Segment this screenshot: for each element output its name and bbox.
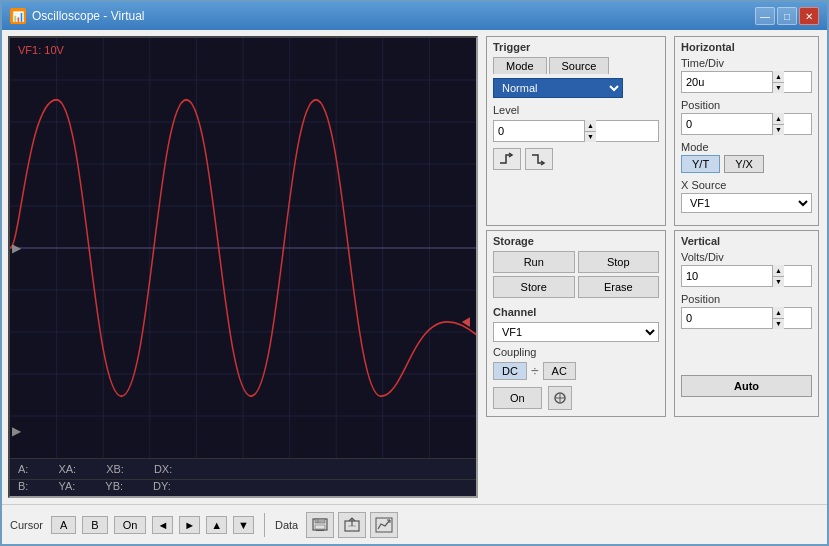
data-save-button[interactable] bbox=[306, 512, 334, 538]
h-position-up[interactable]: ▲ bbox=[772, 113, 784, 125]
yx-button[interactable]: Y/X bbox=[724, 155, 764, 173]
dc-button[interactable]: DC bbox=[493, 362, 527, 380]
cursor-down-button[interactable]: ▼ bbox=[233, 516, 254, 534]
cursor-b-button[interactable]: B bbox=[82, 516, 107, 534]
storage-grid: Run Stop Store Erase bbox=[493, 251, 659, 298]
channel-select[interactable]: VF1 VF2 bbox=[493, 322, 659, 342]
data-label: Data bbox=[275, 519, 298, 531]
h-mode-row: Mode Y/T Y/X bbox=[681, 141, 812, 173]
run-button[interactable]: Run bbox=[493, 251, 575, 273]
reading-xa: XA: bbox=[58, 463, 76, 475]
app-icon: 📊 bbox=[10, 8, 26, 24]
time-div-down[interactable]: ▼ bbox=[772, 83, 784, 94]
bottom-left-marker: ▶ bbox=[12, 424, 21, 438]
time-div-label: Time/Div bbox=[681, 57, 812, 69]
ac-button[interactable]: AC bbox=[543, 362, 576, 380]
main-content: VF1: 10V bbox=[2, 30, 827, 504]
trigger-mode-select[interactable]: Normal bbox=[493, 78, 623, 98]
scope-label: VF1: 10V bbox=[18, 44, 64, 56]
trigger-level-spinners: ▲ ▼ bbox=[584, 120, 596, 142]
volts-div-row: Volts/Div ▲ ▼ bbox=[681, 251, 812, 287]
xsource-select[interactable]: VF1 VF2 bbox=[681, 193, 812, 213]
volts-div-field[interactable] bbox=[682, 268, 772, 284]
reading-b: B: bbox=[18, 480, 28, 492]
h-position-down[interactable]: ▼ bbox=[772, 125, 784, 136]
trigger-title: Trigger bbox=[493, 41, 659, 53]
time-div-spinners: ▲ ▼ bbox=[772, 71, 784, 93]
auto-row: Auto bbox=[681, 335, 812, 397]
storage-title: Storage bbox=[493, 235, 659, 247]
v-position-input: ▲ ▼ bbox=[681, 307, 812, 329]
minimize-button[interactable]: — bbox=[755, 7, 775, 25]
volts-div-down[interactable]: ▼ bbox=[772, 277, 784, 288]
vertical-section: Vertical Volts/Div ▲ ▼ Position bbox=[674, 230, 819, 417]
time-div-field[interactable] bbox=[682, 74, 772, 90]
scope-display: VF1: 10V bbox=[10, 38, 476, 458]
title-bar-left: 📊 Oscilloscope - Virtual bbox=[10, 8, 145, 24]
xsource-label: X Source bbox=[681, 179, 812, 191]
reading-a: A: bbox=[18, 463, 28, 475]
auto-button[interactable]: Auto bbox=[681, 375, 812, 397]
title-bar: 📊 Oscilloscope - Virtual — □ ✕ bbox=[2, 2, 827, 30]
trigger-level-field[interactable] bbox=[494, 123, 584, 139]
data-icons bbox=[306, 512, 398, 538]
mode-tab[interactable]: Mode bbox=[493, 57, 547, 74]
falling-edge-button[interactable] bbox=[525, 148, 553, 170]
readings-container-2: B: YA: YB: DY: bbox=[18, 480, 171, 492]
trigger-level-up[interactable]: ▲ bbox=[584, 120, 596, 132]
data-export-icon bbox=[343, 517, 361, 533]
h-mode-label: Mode bbox=[681, 141, 812, 153]
v-position-label: Position bbox=[681, 293, 812, 305]
cursor-right-button[interactable]: ► bbox=[179, 516, 200, 534]
cursor-left-button[interactable]: ◄ bbox=[152, 516, 173, 534]
falling-edge-icon bbox=[530, 151, 548, 167]
h-position-input: ▲ ▼ bbox=[681, 113, 812, 135]
trigger-icons bbox=[493, 148, 659, 170]
time-div-up[interactable]: ▲ bbox=[772, 71, 784, 83]
top-row: Trigger Mode Source Normal Level bbox=[486, 36, 819, 226]
svg-rect-25 bbox=[315, 525, 325, 529]
probe-icon bbox=[553, 391, 567, 405]
h-position-field[interactable] bbox=[682, 116, 772, 132]
yt-button[interactable]: Y/T bbox=[681, 155, 720, 173]
source-tab[interactable]: Source bbox=[549, 57, 610, 74]
mode-source-row: Mode Source bbox=[493, 57, 659, 74]
v-position-down[interactable]: ▼ bbox=[772, 319, 784, 330]
h-position-spinners: ▲ ▼ bbox=[772, 113, 784, 135]
volts-div-label: Volts/Div bbox=[681, 251, 812, 263]
svg-rect-24 bbox=[315, 519, 325, 523]
reading-yb: YB: bbox=[105, 480, 123, 492]
rising-edge-button[interactable] bbox=[493, 148, 521, 170]
data-graph-button[interactable] bbox=[370, 512, 398, 538]
vertical-title: Vertical bbox=[681, 235, 812, 247]
scope-svg bbox=[10, 38, 476, 458]
close-button[interactable]: ✕ bbox=[799, 7, 819, 25]
on-button[interactable]: On bbox=[493, 387, 542, 409]
on-row: On bbox=[493, 386, 659, 410]
v-position-field[interactable] bbox=[682, 310, 772, 326]
stop-button[interactable]: Stop bbox=[578, 251, 660, 273]
scope-bottom-bar-2: B: YA: YB: DY: bbox=[10, 479, 476, 496]
data-export-button[interactable] bbox=[338, 512, 366, 538]
readings-container: A: XA: XB: DX: bbox=[18, 463, 172, 475]
cursor-on-button[interactable]: On bbox=[114, 516, 147, 534]
trigger-level-down[interactable]: ▼ bbox=[584, 132, 596, 143]
trigger-section: Trigger Mode Source Normal Level bbox=[486, 36, 666, 226]
cursor-label: Cursor bbox=[10, 519, 43, 531]
bottom-row: Storage Run Stop Store Erase Channel VF1… bbox=[486, 230, 819, 417]
v-position-row: Position ▲ ▼ bbox=[681, 293, 812, 329]
trigger-mode-dropdown-row: Normal bbox=[493, 78, 659, 98]
window-title: Oscilloscope - Virtual bbox=[32, 9, 145, 23]
volts-div-up[interactable]: ▲ bbox=[772, 265, 784, 277]
h-mode-buttons: Y/T Y/X bbox=[681, 155, 812, 173]
maximize-button[interactable]: □ bbox=[777, 7, 797, 25]
v-position-up[interactable]: ▲ bbox=[772, 307, 784, 319]
reading-xb: XB: bbox=[106, 463, 124, 475]
cursor-up-button[interactable]: ▲ bbox=[206, 516, 227, 534]
cursor-a-button[interactable]: A bbox=[51, 516, 76, 534]
volts-div-spinners: ▲ ▼ bbox=[772, 265, 784, 287]
v-position-spinners: ▲ ▼ bbox=[772, 307, 784, 329]
probe-button[interactable] bbox=[548, 386, 572, 410]
erase-button[interactable]: Erase bbox=[578, 276, 660, 298]
store-button[interactable]: Store bbox=[493, 276, 575, 298]
